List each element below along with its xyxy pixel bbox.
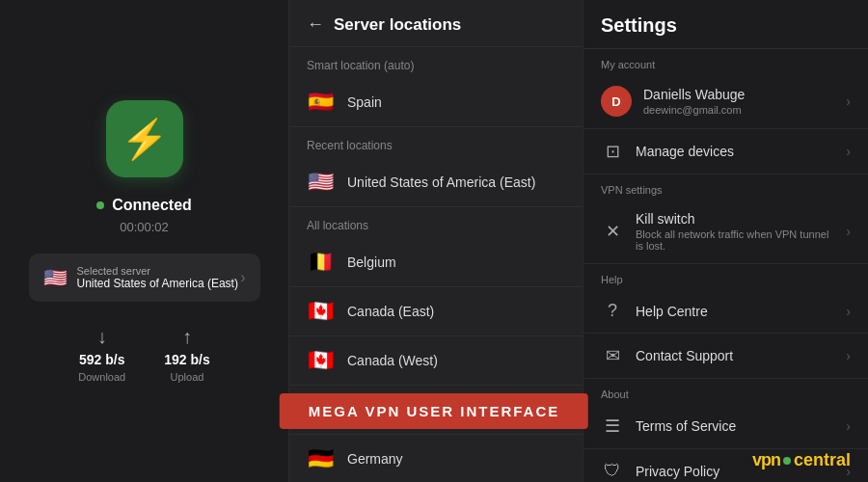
connection-status: Connected [96,197,192,214]
privacy-icon: 🛡 [601,461,624,481]
watermark-vpn: vpn [752,450,780,470]
server-label: Selected server [77,265,238,277]
vpn-settings-label: VPN settings [583,174,868,200]
watermark-dot-icon [783,457,791,465]
server-chevron-icon: › [240,269,245,286]
help-centre-item[interactable]: ? Help Centre › [583,289,868,334]
kill-switch-content: Kill switch Block all network traffic wh… [636,211,834,252]
my-account-label: My account [583,49,868,74]
status-dot [96,201,104,209]
bolt-icon: ⚡ [121,120,169,158]
germany-name: Germany [347,451,403,467]
terms-title: Terms of Service [636,418,834,434]
server-name: United States of America (East) [77,277,238,290]
belgium-name: Belgium [347,254,396,270]
help-centre-icon: ? [601,301,624,321]
terms-item[interactable]: ☰ Terms of Service › [583,404,868,449]
canada-west-flag-icon: 🇨🇦 [307,348,334,373]
upload-label: Upload [171,371,204,383]
right-panel: Settings My account D Daniells Wabuge de… [583,0,868,482]
kill-switch-chevron-icon: › [846,224,851,239]
speed-row: ↓ 592 b/s Download ↑ 192 b/s Upload [78,326,209,383]
connection-timer: 00:00:02 [120,220,169,234]
download-value: 592 b/s [79,352,124,367]
spain-flag-icon: 🇪🇸 [307,90,334,115]
kill-switch-item[interactable]: ✕ Kill switch Block all network traffic … [583,200,868,264]
help-centre-content: Help Centre [636,304,834,319]
profile-chevron-icon: › [846,94,851,109]
settings-header: Settings [583,0,868,49]
spain-name: Spain [347,94,382,110]
upload-icon: ↑ [182,326,192,348]
user-email: deewinc@gmail.com [643,104,834,116]
list-item[interactable]: 🇧🇪 Belgium [289,238,583,287]
list-item[interactable]: 🇨🇦 Canada (East) [289,287,583,336]
us-flag-icon: 🇺🇸 [307,170,334,195]
kill-switch-title: Kill switch [636,211,834,227]
manage-devices-title: Manage devices [636,144,834,159]
panel-header: ← Server locations [289,0,583,47]
manage-devices-content: Manage devices [636,144,834,159]
devices-chevron-icon: › [846,144,851,159]
watermark-central: central [794,450,851,470]
terms-icon: ☰ [601,415,624,437]
canada-east-flag-icon: 🇨🇦 [307,299,334,324]
canada-west-name: Canada (West) [347,353,438,368]
user-info: Daniells Wabuge deewinc@gmail.com [643,87,834,116]
settings-title: Settings [601,14,677,36]
upload-value: 192 b/s [164,352,209,367]
download-icon: ↓ [97,326,107,348]
user-name: Daniells Wabuge [643,87,834,102]
help-label: Help [583,264,868,289]
smart-section-label: Smart location (auto) [289,47,583,78]
kill-switch-icon: ✕ [601,221,624,242]
terms-chevron-icon: › [846,418,851,434]
banner: MEGA VPN USER INTERFACE [280,393,588,429]
manage-devices-item[interactable]: ⊡ Manage devices › [583,129,868,174]
kill-switch-subtitle: Block all network traffic when VPN tunne… [636,228,834,252]
recent-section-label: Recent locations [289,127,583,158]
selected-server-box[interactable]: 🇺🇸 Selected server United States of Amer… [29,254,260,302]
download-speed: ↓ 592 b/s Download [78,326,125,383]
user-profile-item[interactable]: D Daniells Wabuge deewinc@gmail.com › [583,74,868,129]
devices-icon: ⊡ [601,141,624,162]
vpn-icon: ⚡ [106,100,183,177]
us-name: United States of America (East) [347,174,535,190]
upload-speed: ↑ 192 b/s Upload [164,326,209,383]
download-label: Download [78,371,125,383]
server-left: 🇺🇸 Selected server United States of Amer… [43,265,238,290]
all-section-label: All locations [289,207,583,238]
server-flag: 🇺🇸 [43,266,68,289]
canada-east-name: Canada (East) [347,304,434,319]
contact-support-content: Contact Support [636,348,834,363]
contact-support-item[interactable]: ✉ Contact Support › [583,334,868,379]
smart-location-item[interactable]: 🇪🇸 Spain [289,78,583,127]
contact-support-title: Contact Support [636,348,834,363]
contact-support-icon: ✉ [601,345,624,366]
left-panel: ⚡ Connected 00:00:02 🇺🇸 Selected server … [0,0,289,482]
contact-chevron-icon: › [846,348,851,363]
user-avatar: D [601,86,632,117]
terms-content: Terms of Service [636,418,834,434]
panel-title: Server locations [334,15,461,35]
about-label: About [583,379,868,404]
belgium-flag-icon: 🇧🇪 [307,250,334,275]
watermark: vpn central [752,450,851,470]
help-chevron-icon: › [846,304,851,319]
list-item[interactable]: 🇨🇦 Canada (West) [289,336,583,386]
server-info: Selected server United States of America… [77,265,238,290]
help-centre-title: Help Centre [636,304,834,319]
germany-flag-icon: 🇩🇪 [307,446,334,471]
list-item[interactable]: 🇩🇪 Germany [289,435,583,482]
back-button[interactable]: ← [307,14,324,35]
status-text: Connected [112,197,192,214]
recent-location-item[interactable]: 🇺🇸 United States of America (East) [289,158,583,207]
